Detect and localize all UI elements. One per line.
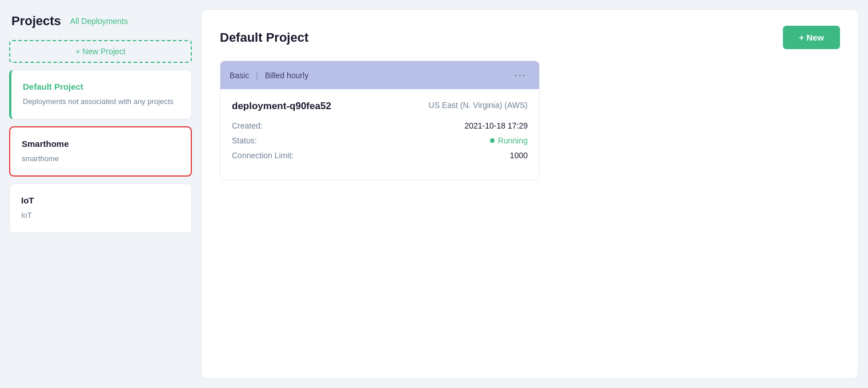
deployment-card-body: deployment-q90fea52 US East (N. Virginia… [220,89,539,179]
new-deployment-button[interactable]: + New [783,26,840,49]
project-name-iot: IoT [21,195,180,205]
status-dot [490,138,495,143]
all-deployments-link[interactable]: All Deployments [70,17,128,26]
status-label: Status: [232,136,257,145]
created-label: Created: [232,121,263,130]
project-desc-smarthome: smarthome [22,153,179,165]
connection-limit-label: Connection Limit: [232,151,294,160]
project-desc-default: Deployments not associated with any proj… [23,96,180,107]
project-card-default[interactable]: Default Project Deployments not associat… [9,70,192,119]
project-desc-iot: IoT [21,210,180,221]
billing-text: Billed hourly [265,71,308,80]
created-row: Created: 2021-10-18 17:29 [232,121,528,130]
deployment-card: Basic | Billed hourly ··· deployment-q90… [220,61,540,180]
deployment-name: deployment-q90fea52 [232,101,331,112]
deployment-header-left: Basic | Billed hourly [230,71,308,80]
sidebar-header: Projects All Deployments [9,9,192,33]
status-row: Status: Running [232,136,528,145]
project-name-smarthome: Smarthome [22,139,179,149]
new-project-button[interactable]: + New Project [9,40,192,63]
status-text: Running [498,136,528,145]
deployment-name-row: deployment-q90fea52 US East (N. Virginia… [232,101,528,112]
more-options-button[interactable]: ··· [511,68,530,82]
header-divider: | [256,71,258,80]
deployment-card-header: Basic | Billed hourly ··· [220,61,539,89]
sidebar-title: Projects [11,14,61,29]
created-value: 2021-10-18 17:29 [464,121,528,130]
sidebar: Projects All Deployments + New Project D… [9,9,192,379]
main-content: Default Project + New Basic | Billed hou… [201,9,859,379]
connection-limit-row: Connection Limit: 1000 [232,151,528,160]
tier-badge: Basic [230,71,249,80]
page-title: Default Project [220,30,308,45]
app-container: Projects All Deployments + New Project D… [0,0,868,388]
project-name-default: Default Project [23,82,180,91]
main-header: Default Project + New [220,26,840,49]
status-value: Running [490,136,528,145]
deployment-region: US East (N. Virginia) (AWS) [429,101,528,110]
project-card-iot[interactable]: IoT IoT [9,183,192,233]
connection-limit-value: 1000 [510,151,528,160]
project-card-smarthome[interactable]: Smarthome smarthome [9,126,192,177]
